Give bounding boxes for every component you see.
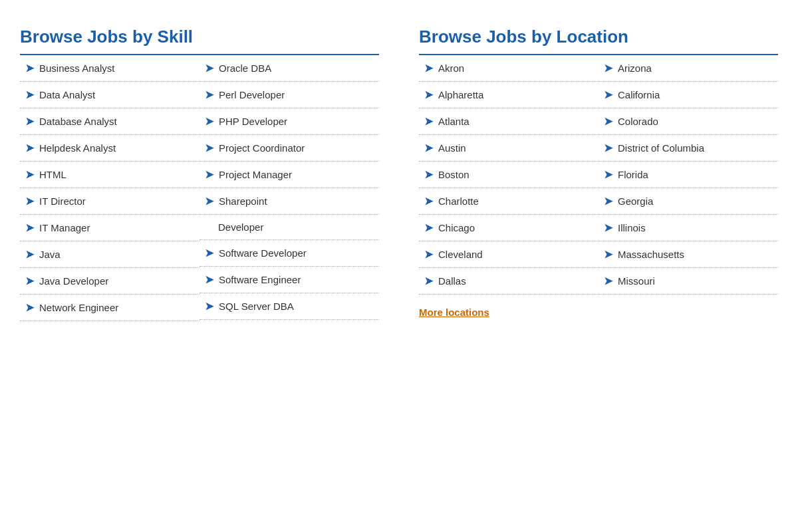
chevron-icon: ➤ (205, 168, 213, 181)
location-item[interactable]: ➤Arizona (598, 55, 778, 82)
skill-item[interactable]: ➤PHP Developer (200, 108, 379, 135)
chevron-icon: ➤ (424, 88, 433, 101)
location-label: Chicago (438, 222, 475, 233)
chevron-icon: ➤ (205, 115, 213, 128)
skill-label: Software Engineer (219, 274, 301, 285)
location-item[interactable]: ➤District of Columbia (598, 135, 778, 162)
skill-label: IT Manager (39, 222, 90, 233)
location-item[interactable]: ➤Massachusetts (598, 241, 778, 268)
chevron-icon: ➤ (205, 142, 213, 154)
skill-label: Network Engineer (39, 302, 118, 313)
chevron-icon: ➤ (205, 273, 213, 286)
location-item[interactable]: ➤Florida (598, 162, 778, 188)
chevron-icon: ➤ (25, 248, 34, 261)
skill-item[interactable]: ➤SQL Server DBA (200, 293, 379, 320)
chevron-icon: ➤ (604, 275, 612, 287)
more-locations-link[interactable]: More locations (419, 304, 489, 321)
location-item[interactable]: ➤Chicago (419, 215, 598, 241)
location-label: Alpharetta (438, 89, 483, 100)
chevron-icon: ➤ (205, 62, 213, 74)
skill-item[interactable]: ➤Data Analyst (20, 82, 200, 108)
location-item[interactable]: ➤Dallas (419, 268, 598, 295)
chevron-icon: ➤ (25, 142, 34, 154)
skill-label: Perl Developer (219, 89, 285, 100)
location-label: Georgia (618, 196, 653, 207)
skills-col1: ➤Business Analyst➤Data Analyst➤Database … (20, 55, 200, 321)
location-item[interactable]: ➤California (598, 82, 778, 108)
skill-item[interactable]: ➤Business Analyst (20, 55, 200, 82)
chevron-icon: ➤ (604, 221, 612, 234)
chevron-icon: ➤ (604, 248, 612, 261)
skill-item-continuation: Developer (200, 215, 379, 240)
skill-item[interactable]: ➤IT Director (20, 188, 200, 215)
location-item[interactable]: ➤Akron (419, 55, 598, 82)
location-label: California (618, 89, 660, 100)
chevron-icon: ➤ (25, 221, 34, 234)
skill-item[interactable]: ➤Java (20, 241, 200, 268)
skill-item[interactable]: ➤Software Developer (200, 240, 379, 267)
skill-item[interactable]: ➤Project Coordinator (200, 135, 379, 162)
chevron-icon: ➤ (424, 168, 433, 181)
skill-label: Database Analyst (39, 116, 117, 127)
chevron-icon: ➤ (424, 62, 433, 74)
location-item[interactable]: ➤Colorado (598, 108, 778, 135)
location-item[interactable]: ➤Alpharetta (419, 82, 598, 108)
locations-col1: ➤Akron➤Alpharetta➤Atlanta➤Austin➤Boston➤… (419, 55, 598, 295)
chevron-icon: ➤ (424, 142, 433, 154)
locations-col2: ➤Arizona➤California➤Colorado➤District of… (598, 55, 778, 295)
chevron-icon: ➤ (25, 301, 34, 314)
chevron-icon: ➤ (424, 115, 433, 128)
skill-item[interactable]: ➤HTML (20, 162, 200, 188)
chevron-icon: ➤ (604, 195, 612, 207)
chevron-icon: ➤ (205, 195, 213, 207)
location-item[interactable]: ➤Austin (419, 135, 598, 162)
skill-label: Java Developer (39, 275, 108, 287)
skill-label: Project Manager (219, 169, 292, 180)
skill-item[interactable]: ➤IT Manager (20, 215, 200, 241)
skill-item[interactable]: ➤Java Developer (20, 268, 200, 295)
skill-item[interactable]: ➤Software Engineer (200, 267, 379, 293)
locations-section: Browse Jobs by Location ➤Akron➤Alpharett… (419, 27, 778, 321)
chevron-icon: ➤ (604, 88, 612, 101)
skill-item[interactable]: ➤Sharepoint (200, 188, 379, 215)
location-item[interactable]: ➤Illinois (598, 215, 778, 241)
location-label: Austin (438, 142, 466, 154)
skill-label: Business Analyst (39, 63, 114, 74)
location-label: Cleveland (438, 249, 483, 260)
skill-item[interactable]: ➤Database Analyst (20, 108, 200, 135)
location-label: Atlanta (438, 116, 469, 127)
skills-title: Browse Jobs by Skill (20, 27, 379, 47)
location-item[interactable]: ➤Missouri (598, 268, 778, 295)
chevron-icon: ➤ (604, 62, 612, 74)
location-item[interactable]: ➤Boston (419, 162, 598, 188)
chevron-icon: ➤ (424, 221, 433, 234)
location-label: Massachusetts (618, 249, 684, 260)
skill-label: IT Director (39, 196, 86, 207)
skill-item[interactable]: ➤Perl Developer (200, 82, 379, 108)
location-label: Colorado (618, 116, 658, 127)
locations-title: Browse Jobs by Location (419, 27, 778, 47)
skill-item[interactable]: ➤Network Engineer (20, 295, 200, 321)
skill-label: Data Analyst (39, 89, 95, 100)
location-item[interactable]: ➤Atlanta (419, 108, 598, 135)
location-item[interactable]: ➤Georgia (598, 188, 778, 215)
page-wrapper: Browse Jobs by Skill ➤Business Analyst➤D… (0, 0, 798, 348)
skill-item[interactable]: ➤Oracle DBA (200, 55, 379, 82)
chevron-icon: ➤ (604, 115, 612, 128)
chevron-icon: ➤ (424, 195, 433, 207)
skill-label: Java (39, 249, 61, 260)
skill-item[interactable]: ➤Helpdesk Analyst (20, 135, 200, 162)
skill-label: Software Developer (219, 247, 307, 259)
chevron-icon: ➤ (25, 62, 34, 74)
location-label: District of Columbia (618, 142, 704, 154)
skill-label: Sharepoint (219, 196, 267, 207)
location-label: Illinois (618, 222, 646, 233)
skill-label: PHP Developer (219, 116, 287, 127)
chevron-icon: ➤ (424, 275, 433, 287)
location-label: Florida (618, 169, 648, 180)
location-item[interactable]: ➤Cleveland (419, 241, 598, 268)
chevron-icon: ➤ (25, 195, 34, 207)
skill-item[interactable]: ➤Project Manager (200, 162, 379, 188)
skill-label: Project Coordinator (219, 142, 305, 154)
location-item[interactable]: ➤Charlotte (419, 188, 598, 215)
